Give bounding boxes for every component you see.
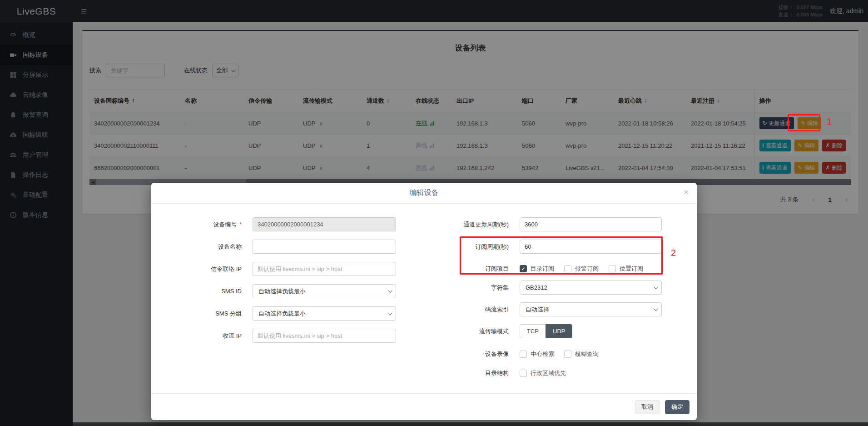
stream-mode-toggle: TCP UDP	[520, 324, 572, 338]
charset-label: 字符集	[419, 284, 520, 292]
form-row-charset: 字符集 GB2312	[419, 281, 683, 295]
modal-form-left: 设备编号 * 设备名称 信令联络 IP SMS ID 自动选择负载最小 SMS …	[160, 217, 408, 351]
confirm-button[interactable]: 确定	[665, 400, 689, 414]
modal-header: 编辑设备 ×	[151, 183, 697, 204]
subscribe-period-field[interactable]	[520, 240, 662, 254]
udp-toggle-button[interactable]: UDP	[546, 324, 572, 338]
signal-ip-field[interactable]	[253, 262, 396, 276]
modal-title: 编辑设备	[410, 188, 439, 198]
sms-id-label: SMS ID	[160, 288, 253, 295]
record-options-group: 中心检索 模糊查询	[520, 350, 599, 358]
livegbs-app: LiveGBS 概览 国标设备 分屏展示 云端录像 报警查询	[0, 0, 868, 426]
dir-options-group: 行政区域优先	[520, 369, 566, 377]
modal-footer: 取消 确定	[151, 393, 697, 420]
checkbox-icon	[564, 265, 571, 272]
form-row-stream-index: 码流索引 自动选择	[419, 302, 683, 316]
close-icon[interactable]: ×	[684, 188, 689, 196]
stream-mode-label: 流传输模式	[419, 327, 520, 336]
form-row-stream-mode: 流传输模式 TCP UDP	[419, 324, 683, 338]
sms-group-label: SMS 分组	[160, 310, 253, 318]
form-row-stream-ip: 收流 IP	[160, 329, 408, 343]
checkbox-checked-icon: ✓	[520, 265, 527, 272]
device-id-field	[253, 217, 396, 231]
required-asterisk: *	[239, 221, 242, 228]
checkbox-icon	[520, 351, 527, 358]
cancel-button[interactable]: 取消	[635, 400, 660, 414]
stream-index-label: 码流索引	[419, 306, 520, 314]
checkbox-icon	[520, 370, 527, 377]
dir-structure-label: 目录结构	[419, 369, 520, 377]
form-row-sms-group: SMS 分组 自动选择负载最小	[160, 306, 408, 321]
tcp-toggle-button[interactable]: TCP	[520, 324, 546, 338]
sms-id-select[interactable]: 自动选择负载最小	[253, 284, 396, 298]
channel-refresh-label: 通道更新周期(秒)	[419, 221, 520, 229]
form-row-device-name: 设备名称	[160, 240, 408, 254]
subscribe-options-group: ✓目录订阅 报警订阅 位置订阅	[520, 265, 643, 273]
form-row-channel-refresh: 通道更新周期(秒)	[419, 217, 683, 231]
form-row-subscribe-items: 订阅项目 ✓目录订阅 报警订阅 位置订阅	[419, 264, 683, 274]
device-id-label: 设备编号 *	[160, 221, 253, 229]
form-row-subscribe-period: 订阅周期(秒)	[419, 240, 683, 254]
channel-refresh-field[interactable]	[520, 217, 662, 231]
checkbox-center-search[interactable]: 中心检索	[520, 350, 554, 358]
checkbox-icon	[609, 265, 616, 272]
device-record-label: 设备录像	[419, 350, 520, 358]
stream-ip-label: 收流 IP	[160, 332, 253, 340]
charset-select[interactable]: GB2312	[520, 281, 662, 295]
form-row-signal-ip: 信令联络 IP	[160, 262, 408, 276]
device-name-field[interactable]	[253, 240, 396, 254]
stream-index-select[interactable]: 自动选择	[520, 302, 662, 316]
form-row-device-record: 设备录像 中心检索 模糊查询	[419, 350, 683, 359]
checkbox-alarm-subscribe[interactable]: 报警订阅	[564, 265, 599, 273]
chevron-down-icon	[388, 288, 392, 293]
chevron-down-icon	[388, 311, 392, 315]
form-row-device-id: 设备编号 *	[160, 217, 408, 231]
form-row-dir-structure: 目录结构 行政区域优先	[419, 369, 683, 378]
checkbox-fuzzy-query[interactable]: 模糊查询	[564, 350, 599, 358]
checkbox-catalog-subscribe[interactable]: ✓目录订阅	[520, 265, 554, 273]
device-name-label: 设备名称	[160, 243, 253, 251]
chevron-down-icon	[654, 306, 658, 311]
stream-ip-field[interactable]	[253, 329, 396, 343]
checkbox-icon	[564, 351, 571, 358]
checkbox-position-subscribe[interactable]: 位置订阅	[609, 265, 643, 273]
subscribe-period-label: 订阅周期(秒)	[419, 243, 520, 251]
checkbox-admin-region-first[interactable]: 行政区域优先	[520, 369, 566, 377]
form-row-sms-id: SMS ID 自动选择负载最小	[160, 284, 408, 298]
subscribe-items-label: 订阅项目	[419, 265, 520, 273]
edit-device-modal: 编辑设备 × 设备编号 * 设备名称 信令联络 IP SMS ID 自动选择负载…	[151, 183, 697, 420]
signal-ip-label: 信令联络 IP	[160, 265, 253, 273]
sms-group-select[interactable]: 自动选择负载最小	[253, 306, 396, 321]
chevron-down-icon	[654, 285, 658, 289]
modal-form-right: 通道更新周期(秒) 订阅周期(秒) 订阅项目 ✓目录订阅 报警订阅 位置订阅 字…	[419, 217, 683, 386]
